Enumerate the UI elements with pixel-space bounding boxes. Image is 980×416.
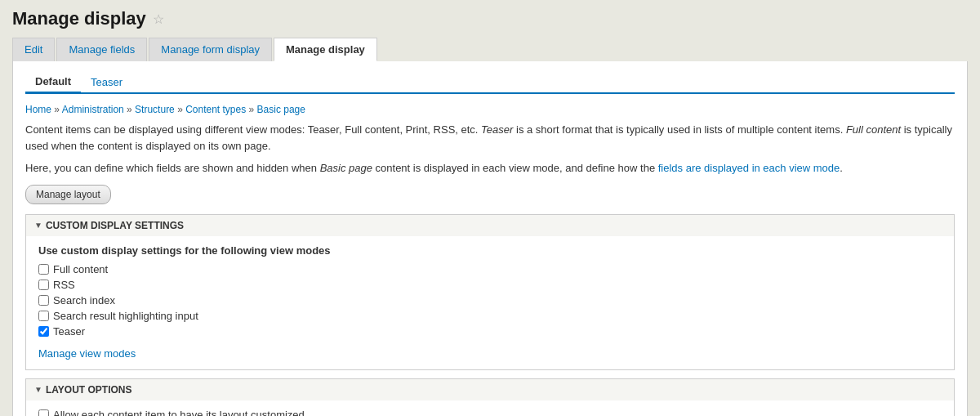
star-icon[interactable]: ☆ xyxy=(153,11,164,27)
description-paragraph-2: Here, you can define which fields are sh… xyxy=(25,160,955,177)
custom-display-subtitle: Use custom display settings for the foll… xyxy=(38,244,942,257)
checkbox-teaser-input[interactable] xyxy=(38,326,49,337)
sub-tab-teaser[interactable]: Teaser xyxy=(81,71,132,92)
custom-display-settings-header[interactable]: ▼ CUSTOM DISPLAY SETTINGS xyxy=(26,215,954,236)
layout-options-section: ▼ LAYOUT OPTIONS Allow each content item… xyxy=(25,378,955,417)
tab-manage-form-display[interactable]: Manage form display xyxy=(149,38,272,61)
custom-display-settings-content: Use custom display settings for the foll… xyxy=(26,236,954,369)
breadcrumb: Home » Administration » Structure » Cont… xyxy=(25,104,955,115)
checkbox-full-content: Full content xyxy=(38,263,942,275)
manage-layout-button[interactable]: Manage layout xyxy=(25,185,111,204)
layout-options-content: Allow each content item to have its layo… xyxy=(26,400,954,417)
tab-manage-fields[interactable]: Manage fields xyxy=(56,38,147,61)
breadcrumb-home[interactable]: Home xyxy=(25,104,51,115)
page-title-row: Manage display ☆ xyxy=(12,8,968,29)
sub-tabs: Default Teaser xyxy=(25,71,955,94)
custom-display-triangle: ▼ xyxy=(34,221,42,230)
checkbox-search-index-label: Search index xyxy=(53,294,115,306)
breadcrumb-basic-page[interactable]: Basic page xyxy=(257,104,305,115)
page-title: Manage display xyxy=(12,8,146,29)
checkbox-rss-input[interactable] xyxy=(38,280,49,290)
checkbox-teaser: Teaser xyxy=(38,325,942,338)
sub-tab-default[interactable]: Default xyxy=(25,71,81,94)
tabs-bar: Edit Manage fields Manage form display M… xyxy=(12,38,968,61)
custom-display-settings-label: CUSTOM DISPLAY SETTINGS xyxy=(46,220,184,231)
breadcrumb-structure[interactable]: Structure xyxy=(135,104,175,115)
checkbox-search-index-input[interactable] xyxy=(38,295,49,306)
tab-edit[interactable]: Edit xyxy=(12,38,55,61)
description-paragraph-1: Content items can be displayed using dif… xyxy=(25,122,955,154)
custom-display-settings-section: ▼ CUSTOM DISPLAY SETTINGS Use custom dis… xyxy=(25,214,955,370)
fields-display-link[interactable]: fields are displayed in each view mode xyxy=(658,162,840,174)
checkbox-search-result-input[interactable] xyxy=(38,311,49,321)
checkbox-search-result: Search result highlighting input xyxy=(38,310,942,322)
tab-manage-display[interactable]: Manage display xyxy=(274,38,377,61)
checkbox-layout-customize-input[interactable] xyxy=(38,409,49,417)
checkbox-rss-label: RSS xyxy=(53,279,75,291)
checkbox-teaser-label: Teaser xyxy=(53,325,85,338)
manage-view-modes-link[interactable]: Manage view modes xyxy=(38,347,136,360)
checkbox-search-index: Search index xyxy=(38,294,942,306)
checkbox-full-content-input[interactable] xyxy=(38,264,49,275)
checkbox-full-content-label: Full content xyxy=(53,263,108,275)
page-wrapper: Manage display ☆ Edit Manage fields Mana… xyxy=(0,0,980,416)
checkbox-layout-customize: Allow each content item to have its layo… xyxy=(38,409,942,417)
layout-options-header[interactable]: ▼ LAYOUT OPTIONS xyxy=(26,379,954,400)
checkbox-rss: RSS xyxy=(38,279,942,291)
checkbox-search-result-label: Search result highlighting input xyxy=(53,310,198,322)
layout-options-label: LAYOUT OPTIONS xyxy=(46,384,132,396)
breadcrumb-content-types[interactable]: Content types xyxy=(185,104,246,115)
breadcrumb-administration[interactable]: Administration xyxy=(62,104,124,115)
checkbox-layout-customize-label: Allow each content item to have its layo… xyxy=(53,409,307,417)
layout-options-triangle: ▼ xyxy=(34,385,42,394)
content-area: Default Teaser Home » Administration » S… xyxy=(12,61,968,416)
